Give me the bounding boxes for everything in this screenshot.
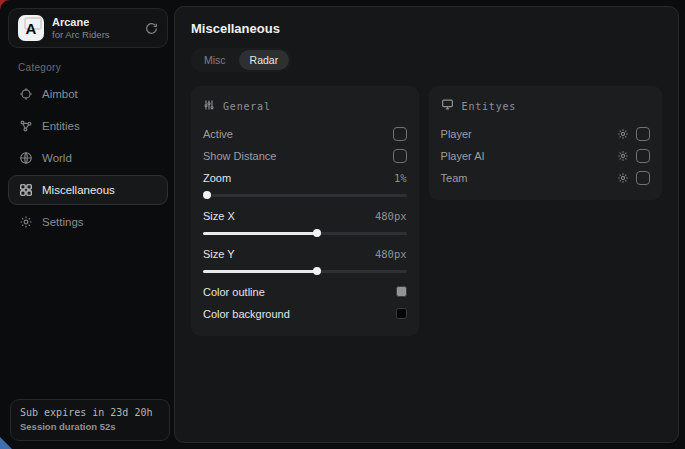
slider-fill [203,232,317,235]
show-distance-checkbox[interactable] [393,149,407,163]
color-outline-swatch[interactable] [396,286,407,297]
size-x-label: Size X [203,210,235,222]
globe-icon [19,151,33,165]
team-row: Team [441,167,650,188]
app-name: Arcane [52,16,137,29]
sync-icon[interactable] [145,22,158,35]
panel-area: General Active Show Distance Zoom 1% [191,86,662,336]
show-distance-row: Show Distance [203,145,407,166]
player-label: Player [441,128,472,140]
sidebar-item-settings[interactable]: Settings [8,207,168,237]
team-label: Team [441,172,468,184]
app-window: A Arcane for Arc Riders Category Aimbot [0,0,685,449]
general-panel-title: General [223,101,271,112]
team-checkbox[interactable] [636,171,650,185]
show-distance-label: Show Distance [203,150,276,162]
active-checkbox[interactable] [393,127,407,141]
sidebar-item-label: Aimbot [42,88,78,100]
entities-panel-title: Entityes [462,101,517,112]
crosshair-icon [19,87,33,101]
size-y-slider[interactable] [203,267,407,275]
zoom-value: 1% [394,172,407,184]
zoom-label: Zoom [203,172,231,184]
tab-bar: Misc Radar [191,48,291,72]
main-content: Miscellaneous Misc Radar General [174,6,679,443]
sidebar-item-label: Entities [42,120,80,132]
tab-misc[interactable]: Misc [193,50,237,70]
session-duration-text: Session duration 52s [20,421,160,432]
entities-icon [19,119,33,133]
sidebar-item-world[interactable]: World [8,143,168,173]
size-x-slider-thumb[interactable] [313,229,321,237]
zoom-slider-thumb[interactable] [203,191,211,199]
sidebar-item-label: World [42,152,72,164]
grid-icon [19,183,33,197]
player-ai-checkbox[interactable] [636,149,650,163]
color-outline-label: Color outline [203,286,265,298]
sidebar-item-miscellaneous[interactable]: Miscellaneous [8,175,168,205]
player-ai-row: Player AI [441,145,650,166]
general-panel: General Active Show Distance Zoom 1% [191,86,419,336]
size-x-row: Size X 480px [203,205,407,226]
sidebar-item-aimbot[interactable]: Aimbot [8,79,168,109]
app-card: A Arcane for Arc Riders [8,8,168,48]
sidebar-item-label: Settings [42,216,84,228]
size-y-row: Size Y 480px [203,243,407,264]
desktop-background-blue [0,437,12,449]
size-y-value: 480px [375,248,407,260]
gear-icon [19,215,33,229]
subscription-box: Sub expires in 23d 20h Session duration … [10,399,170,441]
slider-fill [203,270,317,273]
entities-panel: Entityes Player P [429,86,662,200]
color-outline-row: Color outline [203,281,407,302]
size-x-slider[interactable] [203,229,407,237]
zoom-row: Zoom 1% [203,167,407,188]
size-y-label: Size Y [203,248,235,260]
player-ai-settings-gear-icon[interactable] [617,150,629,162]
player-ai-label: Player AI [441,150,485,162]
page-title: Miscellaneous [191,21,662,36]
color-background-label: Color background [203,308,290,320]
active-row: Active [203,123,407,144]
sub-expires-text: Sub expires in 23d 20h [20,407,160,418]
entities-panel-header: Entityes [441,97,650,115]
zoom-slider[interactable] [203,191,407,199]
general-panel-header: General [203,97,407,115]
color-background-row: Color background [203,303,407,324]
sidebar-item-entities[interactable]: Entities [8,111,168,141]
monitor-icon [441,97,454,115]
active-label: Active [203,128,233,140]
player-checkbox[interactable] [636,127,650,141]
sidebar-nav: Aimbot Entities World [8,79,168,237]
sidebar: A Arcane for Arc Riders Category Aimbot [4,0,174,449]
category-label: Category [18,62,168,73]
player-row: Player [441,123,650,144]
team-settings-gear-icon[interactable] [617,172,629,184]
size-y-slider-thumb[interactable] [313,267,321,275]
app-titles: Arcane for Arc Riders [52,16,137,41]
color-background-swatch[interactable] [396,308,407,319]
slider-track [203,194,407,197]
sidebar-item-label: Miscellaneous [42,184,115,196]
size-x-value: 480px [375,210,407,222]
player-settings-gear-icon[interactable] [617,128,629,140]
sliders-icon [203,97,215,115]
app-logo: A [18,15,44,41]
app-subtitle: for Arc Riders [52,29,137,40]
tab-radar[interactable]: Radar [239,50,290,70]
